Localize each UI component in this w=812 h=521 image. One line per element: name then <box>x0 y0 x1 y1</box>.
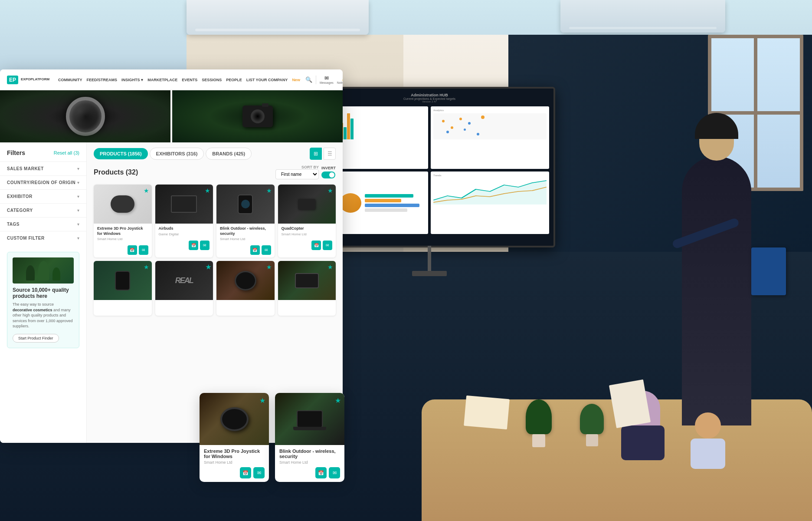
view-list-button[interactable]: ☰ <box>324 148 336 160</box>
notifications-btn[interactable]: 🔔 Notifications <box>337 75 343 84</box>
nav-marketplace[interactable]: MARKETPLACE <box>147 78 177 82</box>
product-actions-5 <box>94 311 152 316</box>
nav-new[interactable]: New <box>292 78 300 82</box>
navbar: EP EXPOPLATFORM COMMUNITY FEED/STREAMS I… <box>0 69 343 90</box>
hero-right <box>172 90 343 142</box>
product-actions-2: 📅 ✉ <box>155 239 213 253</box>
product-badge-5: ★ <box>144 264 149 270</box>
svg-marker-0 <box>433 181 547 204</box>
product-name-6 <box>159 303 210 308</box>
filter-category-label: CATEGORY <box>7 208 33 213</box>
products-count-title: Products (32) <box>94 168 270 176</box>
hero-banner <box>0 90 343 142</box>
table-notebook <box>464 396 510 429</box>
nav-community[interactable]: COMMUNITY <box>58 78 82 82</box>
product-info-3: Blink Outdoor - wireless, security Smart… <box>216 224 275 244</box>
filter-exhibitor-label: EXHIBITOR <box>7 194 33 199</box>
product-message-btn-1[interactable]: ✉ <box>139 245 148 255</box>
product-name-2: Airbuds <box>159 226 210 231</box>
sort-col: SORT BY First name <box>275 165 319 179</box>
nav-sessions[interactable]: SESSIONS <box>202 78 222 82</box>
search-icon[interactable]: 🔍 <box>305 76 312 83</box>
nav-events[interactable]: EVENTS <box>182 78 197 82</box>
filter-country-arrow: ▾ <box>77 180 79 185</box>
tab-products[interactable]: PRODUCTS (1856) <box>94 148 148 159</box>
table-plant-2 <box>580 404 604 434</box>
float-calendar-btn-1[interactable]: 📅 <box>240 467 251 478</box>
float-card-laptop: ★ Blink Outdoor - wireless, security Sma… <box>275 393 344 482</box>
float-card-info-1: Extreme 3D Pro Joystick for Windows Smar… <box>200 445 269 482</box>
product-card-5: ★ <box>94 261 152 316</box>
messages-label: Messages <box>320 81 334 84</box>
nav-list-company[interactable]: LIST YOUR COMPANY <box>246 78 288 82</box>
tab-brands[interactable]: BRANDS (425) <box>206 148 252 160</box>
product-message-btn-3[interactable]: ✉ <box>262 245 271 255</box>
product-company-1: Smart Home Ltd <box>97 237 148 241</box>
table-plant-pot-2 <box>586 434 598 446</box>
table-plant-1 <box>526 399 552 434</box>
product-info-2: Airbuds Game Digital <box>155 224 213 239</box>
nav-right: 🔍 ✉ Messages 🔔 Notifications 👤 Profile E… <box>305 75 343 84</box>
filter-category[interactable]: CATEGORY ▾ <box>0 203 86 217</box>
product-company-4: Smart Home Ltd <box>282 232 333 236</box>
presenter-person <box>669 87 790 425</box>
product-badge-7: ★ <box>266 264 272 270</box>
product-badge-4: ★ <box>327 187 333 194</box>
filter-custom-label: CUSTOM FILTER <box>7 236 45 241</box>
float-calendar-btn-2[interactable]: 📅 <box>315 467 327 478</box>
filter-exhibitor[interactable]: EXHIBITOR ▾ <box>0 189 86 203</box>
start-product-finder-button[interactable]: Start Product Finder <box>13 334 59 343</box>
sort-select[interactable]: First name <box>275 169 319 179</box>
float-card-headphones: ★ Extreme 3D Pro Joystick for Windows Sm… <box>200 393 269 482</box>
messages-btn[interactable]: ✉ Messages <box>320 75 334 84</box>
3d-obj-orange <box>340 193 361 213</box>
dashboard-subtitle: Current projections & Expected targets <box>310 97 549 100</box>
product-name-4: QuadCopter <box>282 226 333 231</box>
product-badge-3: ★ <box>266 187 272 194</box>
source-box-title: Source 10,000+ quality products here <box>13 287 74 299</box>
nav-insights[interactable]: INSIGHTS <box>121 78 143 82</box>
product-calendar-btn-2[interactable]: 📅 <box>189 241 198 250</box>
product-img-6: REAL ★ <box>155 261 213 300</box>
person-right <box>691 412 725 465</box>
product-calendar-btn-1[interactable]: 📅 <box>128 245 137 255</box>
nav-logo[interactable]: EP EXPOPLATFORM <box>7 76 49 84</box>
float-card-company-1: Smart Home Ltd <box>204 460 265 465</box>
ac-unit-top <box>187 0 369 35</box>
reset-filters[interactable]: Reset all (3) <box>54 150 79 155</box>
product-badge-8: ★ <box>327 264 333 270</box>
product-message-btn-2[interactable]: ✉ <box>200 241 210 250</box>
nav-feedstreams[interactable]: FEED/STREAMS <box>87 78 118 82</box>
float-card-actions-1: 📅 ✉ <box>204 467 265 478</box>
logo-icon: EP <box>7 76 18 84</box>
notifications-icon: 🔔 <box>342 75 343 81</box>
product-actions-6 <box>155 311 213 316</box>
product-card-6: REAL ★ <box>155 261 213 316</box>
product-name-5 <box>97 303 148 308</box>
float-message-btn-1[interactable]: ✉ <box>253 467 265 478</box>
product-calendar-btn-4[interactable]: 📅 <box>311 241 321 250</box>
product-img-8: ★ <box>278 261 336 300</box>
main-app-card: EP EXPOPLATFORM COMMUNITY FEED/STREAMS I… <box>0 69 343 443</box>
filter-sales-market[interactable]: SALES MARKET ▾ <box>0 162 86 175</box>
nav-people[interactable]: PEOPLE <box>226 78 242 82</box>
filter-custom-arrow: ▾ <box>77 236 79 241</box>
view-grid-button[interactable]: ⊞ <box>310 148 322 160</box>
products-header: Products (32) SORT BY First name INVERT <box>94 165 336 179</box>
product-info-6 <box>155 300 213 311</box>
filter-country[interactable]: COUNTRY/REGION OF ORIGIN ▾ <box>0 175 86 189</box>
float-message-btn-2[interactable]: ✉ <box>329 467 340 478</box>
product-calendar-btn-3[interactable]: 📅 <box>250 245 260 255</box>
product-message-btn-4[interactable]: ✉ <box>323 241 332 250</box>
filter-tags[interactable]: TAGS ▾ <box>0 217 86 231</box>
tab-exhibitors[interactable]: EXHIBITORS (316) <box>150 148 204 160</box>
float-card-actions-2: 📅 ✉ <box>279 467 340 478</box>
filter-category-arrow: ▾ <box>77 208 79 213</box>
filters-title: Filters <box>7 149 25 156</box>
invert-label: INVERT <box>321 166 336 170</box>
filter-tags-arrow: ▾ <box>77 222 79 227</box>
invert-toggle[interactable] <box>321 171 335 178</box>
filter-custom[interactable]: CUSTOM FILTER ▾ <box>0 231 86 245</box>
float-card-company-2: Smart Home Ltd <box>279 460 340 465</box>
product-name-8 <box>282 303 333 308</box>
